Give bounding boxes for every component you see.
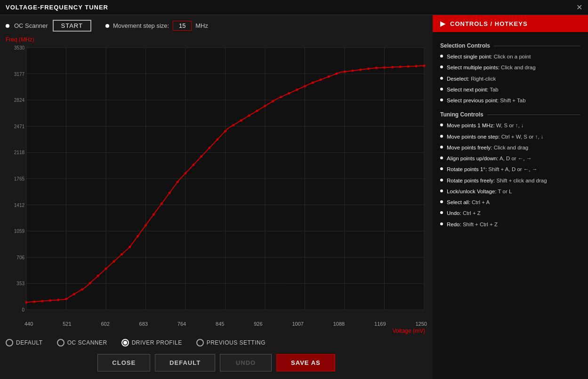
x-label-764: 764 bbox=[177, 321, 186, 327]
oc-scanner-group: OC Scanner START bbox=[6, 20, 91, 32]
save-as-button[interactable]: SAVE AS bbox=[276, 354, 335, 371]
control-rotate-freely: Rotate points freely: Shift + click and … bbox=[440, 177, 580, 185]
radio-default[interactable]: DEFAULT bbox=[6, 339, 43, 346]
chart-wrapper[interactable] bbox=[6, 45, 427, 319]
radio-previous-setting[interactable]: PREVIOUS SETTING bbox=[196, 339, 266, 346]
controls-header-title: CONTROLS / HOTKEYS bbox=[450, 20, 528, 27]
undo-button[interactable]: UNDO bbox=[220, 354, 272, 371]
dot-rotate-1deg bbox=[440, 167, 443, 170]
control-move-step: Move points one step: Ctrl + W, S or ↑, … bbox=[440, 133, 580, 141]
control-select-prev: Select previous point: Shift + Tab bbox=[440, 97, 580, 105]
control-select-all: Select all: Ctrl + A bbox=[440, 198, 580, 206]
x-label-845: 845 bbox=[216, 321, 224, 327]
tuning-section-title: Tuning Controls bbox=[440, 111, 580, 118]
profile-selection: DEFAULT OC SCANNER DRIVER PROFILE PREVIO… bbox=[6, 334, 427, 349]
radio-circle-oc-scanner bbox=[57, 339, 64, 346]
control-rotate-1deg: Rotate points 1°: Shift + A, D or ←, → bbox=[440, 165, 580, 173]
dot-select-single bbox=[440, 55, 443, 58]
step-size-group: Movement step size: MHz bbox=[105, 21, 208, 31]
x-label-926: 926 bbox=[254, 321, 262, 327]
control-select-next: Select next point: Tab bbox=[440, 86, 580, 94]
freq-axis-label: Freq (MHz) bbox=[6, 36, 427, 43]
text-select-all: Select all: Ctrl + A bbox=[447, 198, 490, 206]
dot-select-all bbox=[440, 200, 443, 203]
text-select-prev: Select previous point: Shift + Tab bbox=[447, 97, 526, 105]
x-label-1088: 1088 bbox=[333, 321, 345, 327]
text-move-step: Move points one step: Ctrl + W, S or ↑, … bbox=[447, 133, 544, 141]
dot-align bbox=[440, 157, 443, 159]
dot-move-1mhz bbox=[440, 124, 443, 126]
dot-move-freely bbox=[440, 146, 443, 148]
dot-redo bbox=[440, 222, 443, 225]
header-arrow-icon: ▶ bbox=[440, 20, 445, 27]
control-deselect: Deselect: Right-click bbox=[440, 75, 580, 83]
text-rotate-1deg: Rotate points 1°: Shift + A, D or ←, → bbox=[447, 165, 537, 173]
left-panel: OC Scanner START Movement step size: MHz… bbox=[0, 15, 433, 379]
app-title: VOLTAGE-FREQUENCY TUNER bbox=[6, 4, 108, 11]
text-select-next: Select next point: Tab bbox=[447, 86, 499, 94]
dot-rotate-freely bbox=[440, 179, 443, 181]
top-controls: OC Scanner START Movement step size: MHz bbox=[6, 20, 427, 32]
text-deselect: Deselect: Right-click bbox=[447, 75, 496, 83]
x-label-521: 521 bbox=[63, 321, 71, 327]
text-move-1mhz: Move points 1 MHz: W, S or ↑, ↓ bbox=[447, 122, 524, 130]
control-move-freely: Move points freely: Click and drag bbox=[440, 144, 580, 152]
text-move-freely: Move points freely: Click and drag bbox=[447, 144, 528, 152]
text-lock-voltage: Lock/unlock Voltage: T or L bbox=[447, 188, 512, 196]
dot-move-step bbox=[440, 135, 443, 138]
dot-undo bbox=[440, 211, 443, 214]
dot-select-next bbox=[440, 88, 443, 91]
radio-label-previous-setting: PREVIOUS SETTING bbox=[207, 339, 266, 346]
text-select-single: Select single point: Click on a point bbox=[447, 53, 531, 61]
radio-driver-profile[interactable]: DRIVER PROFILE bbox=[121, 339, 182, 346]
x-label-1007: 1007 bbox=[292, 321, 303, 327]
text-undo: Undo: Ctrl + Z bbox=[447, 209, 481, 217]
controls-header: ▶ CONTROLS / HOTKEYS bbox=[433, 15, 588, 32]
step-size-input[interactable] bbox=[173, 21, 192, 31]
radio-label-oc-scanner: OC SCANNER bbox=[67, 339, 107, 346]
x-label-1250: 1250 bbox=[415, 321, 427, 327]
step-size-dot bbox=[105, 24, 109, 28]
x-label-602: 602 bbox=[101, 321, 109, 327]
radio-circle-default bbox=[6, 339, 13, 346]
selection-section-line bbox=[494, 46, 580, 46]
tuning-section-line bbox=[487, 115, 580, 115]
control-select-single: Select single point: Click on a point bbox=[440, 53, 580, 61]
title-bar: VOLTAGE-FREQUENCY TUNER ✕ bbox=[0, 0, 588, 15]
right-panel: ▶ CONTROLS / HOTKEYS Selection Controls … bbox=[433, 15, 588, 379]
text-align: Align points up/down: A, D or ←, → bbox=[447, 155, 532, 163]
x-label-1169: 1169 bbox=[374, 321, 386, 327]
dot-deselect bbox=[440, 77, 443, 80]
selection-section-title: Selection Controls bbox=[440, 42, 580, 49]
oc-scanner-label: OC Scanner bbox=[14, 22, 48, 29]
default-button[interactable]: DEFAULT bbox=[155, 354, 215, 371]
radio-circle-driver-profile bbox=[121, 339, 129, 346]
close-button[interactable]: CLOSE bbox=[97, 354, 150, 371]
dot-select-multiple bbox=[440, 66, 443, 68]
radio-label-default: DEFAULT bbox=[16, 339, 43, 346]
control-align: Align points up/down: A, D or ←, → bbox=[440, 155, 580, 163]
controls-body: Selection Controls Select single point: … bbox=[433, 32, 588, 379]
text-select-multiple: Select multiple points: Click and drag bbox=[447, 64, 536, 72]
control-select-multiple: Select multiple points: Click and drag bbox=[440, 64, 580, 72]
step-size-label: Movement step size: bbox=[113, 22, 169, 29]
bottom-buttons: CLOSE DEFAULT UNDO SAVE AS bbox=[6, 349, 427, 374]
x-axis-labels: 440 521 602 683 764 845 926 1007 1088 11… bbox=[6, 319, 427, 327]
vf-chart-canvas[interactable] bbox=[6, 45, 427, 319]
close-window-button[interactable]: ✕ bbox=[576, 3, 582, 12]
dot-select-prev bbox=[440, 99, 443, 101]
text-redo: Redo: Shift + Ctrl + Z bbox=[447, 221, 498, 229]
radio-label-driver-profile: DRIVER PROFILE bbox=[132, 339, 182, 346]
mhz-label: MHz bbox=[195, 22, 208, 29]
radio-circle-previous-setting bbox=[196, 339, 204, 346]
control-redo: Redo: Shift + Ctrl + Z bbox=[440, 221, 580, 229]
start-button[interactable]: START bbox=[53, 20, 91, 32]
oc-scanner-dot bbox=[6, 24, 9, 28]
control-undo: Undo: Ctrl + Z bbox=[440, 209, 580, 217]
x-label-440: 440 bbox=[24, 321, 33, 327]
main-layout: OC Scanner START Movement step size: MHz… bbox=[0, 15, 588, 379]
voltage-axis-label: Voltage (mV) bbox=[6, 328, 427, 334]
dot-lock-voltage bbox=[440, 190, 443, 192]
radio-oc-scanner[interactable]: OC SCANNER bbox=[57, 339, 107, 346]
x-label-683: 683 bbox=[139, 321, 148, 327]
